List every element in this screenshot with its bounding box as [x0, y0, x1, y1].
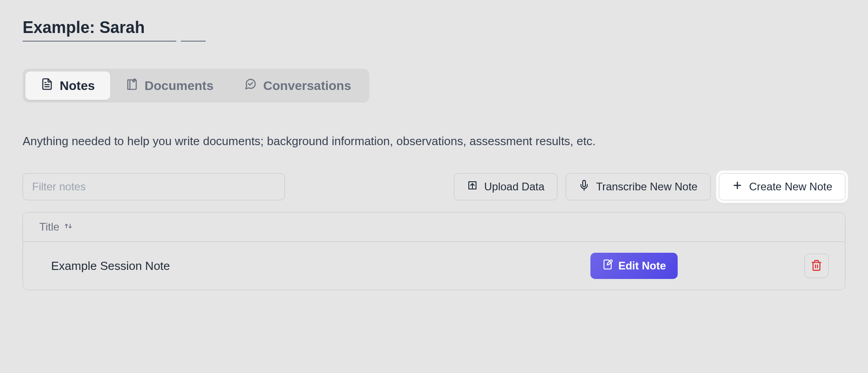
plus-icon [732, 180, 743, 194]
note-title: Example Session Note [51, 259, 590, 273]
button-label: Create New Note [749, 180, 832, 193]
create-new-note-button[interactable]: Create New Note [719, 173, 845, 200]
tab-notes[interactable]: Notes [25, 71, 110, 100]
column-label: Title [39, 221, 59, 233]
trash-icon [811, 260, 822, 273]
tab-bar: Notes Documents Conversations [23, 69, 369, 103]
table-header: Title [23, 212, 845, 242]
upload-data-button[interactable]: Upload Data [454, 173, 557, 200]
edit-note-button[interactable]: Edit Note [590, 253, 678, 279]
toolbar: Upload Data Transcribe New Note Create N… [23, 173, 845, 200]
title-underline [23, 41, 845, 42]
upload-icon [467, 180, 478, 194]
chat-icon [244, 78, 257, 94]
notebook-icon [126, 78, 138, 94]
file-text-icon [41, 78, 53, 94]
tab-documents[interactable]: Documents [110, 71, 229, 100]
tab-label: Documents [145, 79, 213, 93]
transcribe-note-button[interactable]: Transcribe New Note [566, 173, 711, 200]
section-description: Anything needed to help you write docume… [23, 134, 845, 148]
delete-note-button[interactable] [804, 254, 829, 278]
tab-label: Conversations [263, 79, 351, 93]
tab-label: Notes [60, 79, 95, 93]
tab-conversations[interactable]: Conversations [229, 71, 367, 100]
button-label: Edit Note [618, 260, 666, 272]
microphone-icon [579, 180, 590, 194]
page-title: Example: Sarah [23, 18, 145, 37]
button-label: Transcribe New Note [596, 180, 698, 193]
table-row: Example Session Note Edit Note [23, 242, 845, 290]
edit-icon [602, 259, 613, 273]
button-label: Upload Data [484, 180, 544, 193]
sort-icon [64, 221, 73, 233]
column-header-title[interactable]: Title [39, 221, 73, 233]
notes-table: Title Example Session Note Edit Note [23, 212, 845, 290]
filter-notes-input[interactable] [23, 173, 285, 200]
